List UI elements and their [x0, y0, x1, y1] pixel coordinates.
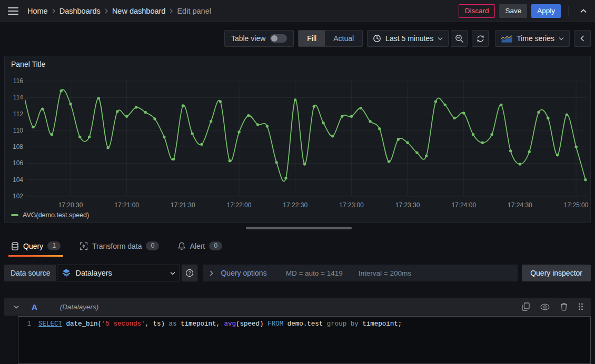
data-point[interactable]	[125, 115, 128, 118]
data-point[interactable]	[210, 120, 212, 123]
timeseries-chart[interactable]: 11611411211010810610410217:20:3017:21:00…	[5, 56, 590, 223]
data-point[interactable]	[116, 110, 118, 113]
time-range-picker[interactable]: Last 5 minutes	[367, 30, 449, 47]
data-point[interactable]	[556, 154, 559, 156]
data-point[interactable]	[406, 141, 409, 144]
breadcrumb-dashboards[interactable]: Dashboards	[60, 7, 101, 15]
data-point[interactable]	[359, 107, 362, 109]
series-group	[22, 89, 587, 181]
query-options-bar[interactable]: Query options MD = auto = 1419 Interval …	[203, 265, 518, 281]
duplicate-query-button[interactable]	[522, 302, 530, 311]
refresh-button[interactable]	[472, 30, 489, 47]
actual-option[interactable]: Actual	[325, 31, 362, 46]
discard-button[interactable]: Discard	[459, 4, 495, 18]
fill-option[interactable]: Fill	[299, 31, 325, 46]
data-point[interactable]	[453, 117, 455, 119]
apply-button[interactable]: Apply	[531, 4, 561, 18]
data-point[interactable]	[219, 100, 222, 103]
data-point[interactable]	[144, 111, 147, 114]
breadcrumb-new-dashboard[interactable]: New dashboard	[112, 7, 166, 15]
datasource-help-button[interactable]: ?	[182, 265, 197, 281]
pane-resize-handle[interactable]	[246, 227, 352, 229]
data-point[interactable]	[509, 149, 512, 152]
data-point[interactable]	[322, 122, 324, 124]
data-point[interactable]	[69, 103, 72, 105]
data-point[interactable]	[566, 113, 568, 116]
data-point[interactable]	[256, 123, 259, 126]
data-point[interactable]	[163, 136, 165, 138]
save-button[interactable]: Save	[499, 4, 527, 18]
data-point[interactable]	[247, 114, 250, 117]
table-view-toggle[interactable]	[270, 34, 287, 43]
legend-item[interactable]: AVG(demo.test.speed)	[11, 211, 89, 219]
data-point[interactable]	[275, 161, 277, 164]
data-point[interactable]	[237, 130, 240, 133]
menu-toggle-button[interactable]	[4, 3, 22, 19]
data-point[interactable]	[88, 136, 91, 138]
datasource-name: Datalayers	[75, 269, 112, 277]
collapse-options-pane-button[interactable]	[574, 30, 591, 47]
tab-alert-label: Alert	[190, 242, 205, 250]
data-point[interactable]	[341, 115, 343, 118]
datasource-picker[interactable]: Datalayers	[57, 265, 180, 281]
data-point[interactable]	[106, 146, 109, 149]
data-point[interactable]	[97, 97, 100, 99]
data-point[interactable]	[537, 111, 540, 114]
tab-query[interactable]: Query 1	[8, 235, 63, 257]
data-point[interactable]	[584, 178, 587, 181]
data-point[interactable]	[415, 151, 418, 154]
data-point[interactable]	[51, 133, 53, 136]
collapse-header-button[interactable]	[576, 4, 591, 18]
query-ref-id[interactable]: A	[32, 302, 37, 311]
tab-transform-data[interactable]: Transform data 0	[77, 235, 162, 257]
data-point[interactable]	[574, 145, 577, 148]
data-point[interactable]	[350, 115, 353, 118]
data-point[interactable]	[528, 150, 531, 153]
zoom-out-time-button[interactable]	[451, 30, 468, 47]
data-point[interactable]	[135, 106, 137, 108]
data-point[interactable]	[519, 163, 521, 165]
data-point[interactable]	[229, 159, 231, 162]
sql-code-line[interactable]: SELECT date_bin('5 seconds', ts) as time…	[38, 317, 402, 363]
data-point[interactable]	[200, 143, 203, 146]
data-point[interactable]	[284, 177, 287, 179]
visualization-picker[interactable]: Time series	[495, 30, 570, 47]
drag-handle-icon[interactable]	[578, 302, 583, 311]
delete-query-button[interactable]	[560, 302, 568, 311]
data-point[interactable]	[472, 133, 474, 136]
data-point[interactable]	[378, 127, 381, 130]
data-point[interactable]	[182, 104, 184, 107]
data-point[interactable]	[462, 112, 465, 114]
data-point[interactable]	[490, 133, 493, 136]
x-tick-label: 17:22:00	[227, 201, 252, 209]
chevron-down-icon	[438, 37, 443, 41]
data-point[interactable]	[294, 98, 296, 101]
toggle-query-visibility-button[interactable]	[540, 304, 550, 310]
data-point[interactable]	[425, 155, 428, 157]
data-point[interactable]	[500, 104, 502, 106]
query-inspector-button[interactable]: Query inspector	[522, 265, 591, 281]
data-point[interactable]	[153, 117, 156, 120]
data-point[interactable]	[266, 125, 269, 127]
data-point[interactable]	[331, 135, 334, 137]
data-point[interactable]	[547, 117, 549, 119]
data-point[interactable]	[303, 163, 306, 165]
collapse-query-button[interactable]	[14, 305, 19, 309]
data-point[interactable]	[397, 138, 400, 140]
data-point[interactable]	[313, 105, 315, 108]
data-point[interactable]	[60, 89, 63, 92]
data-point[interactable]	[78, 136, 81, 138]
data-point[interactable]	[481, 141, 484, 144]
sql-editor[interactable]: 1 SELECT date_bin('5 seconds', ts) as ti…	[18, 316, 591, 364]
data-point[interactable]	[444, 104, 447, 106]
data-point[interactable]	[369, 120, 371, 123]
data-point[interactable]	[388, 160, 390, 163]
data-point[interactable]	[434, 100, 437, 103]
data-point[interactable]	[191, 132, 193, 135]
data-point[interactable]	[172, 158, 175, 160]
breadcrumb-home[interactable]: Home	[27, 7, 48, 15]
tab-alert[interactable]: Alert 0	[175, 235, 225, 257]
y-tick-label: 102	[13, 193, 23, 200]
data-point[interactable]	[32, 126, 34, 128]
data-point[interactable]	[41, 107, 44, 110]
